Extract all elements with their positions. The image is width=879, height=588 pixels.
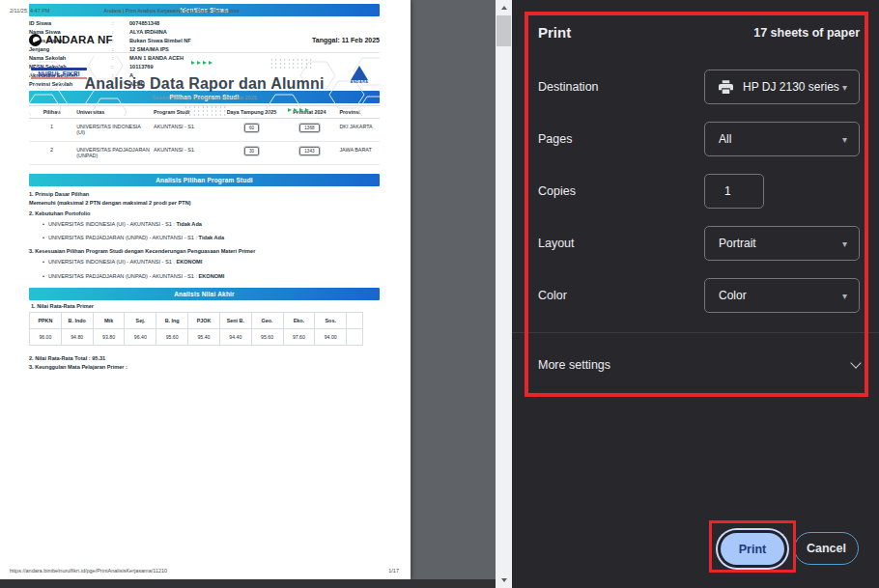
- layout-dropdown[interactable]: Portrait ▾: [704, 226, 860, 261]
- document-subtitle: Seleksi Nasional Berdasarkan Prestasi 20…: [29, 95, 380, 100]
- scrollbar-up-button[interactable]: [496, 0, 512, 15]
- scores-total-line: 2. Nilai Rata-Rata Total : 95.31: [29, 354, 380, 362]
- print-preview-background: 2/11/25, 4:47 PM Andara | Print Analisis…: [0, 0, 496, 588]
- document-title: Analisis Data Rapor dan Alumni: [29, 75, 380, 93]
- capacity-badge: 60: [244, 124, 259, 132]
- green-arrows-decoration: [288, 108, 309, 112]
- analysis-heading: Memenuhi (maksimal 2 PTN dengan maksimal…: [29, 199, 380, 207]
- analysis-heading: 2. Kebutuhan Portofolio: [29, 210, 380, 217]
- scrollbar-down-button[interactable]: [496, 573, 512, 588]
- print-button[interactable]: Print: [721, 533, 784, 565]
- copies-input[interactable]: [724, 184, 751, 198]
- layout-value: Portrait: [719, 237, 756, 250]
- scroll-up-icon: [501, 6, 507, 10]
- cancel-button[interactable]: Cancel: [794, 532, 859, 565]
- sheets-count: 17 sheets of paper: [753, 26, 860, 40]
- analysis-bullet: UNIVERSITAS PADJADJARAN (UNPAD) - AKUNTA…: [43, 273, 380, 280]
- chevron-down-icon: ▾: [842, 134, 847, 145]
- more-settings-label: More settings: [538, 358, 610, 372]
- analysis-bullet: UNIVERSITAS INDONESIA (UI) - AKUNTANSI -…: [43, 259, 380, 266]
- document-date: Tanggal: 11 Feb 2025: [312, 37, 380, 43]
- color-dropdown[interactable]: Color ▾: [704, 278, 860, 313]
- scores-primer-line: 3. Keunggulan Mata Pelajaran Primer :: [29, 363, 380, 371]
- dialog-header: Print 17 sheets of paper: [538, 24, 860, 41]
- chevron-down-icon: ▾: [842, 238, 847, 249]
- destination-label: Destination: [538, 80, 599, 94]
- preview-scrollbar[interactable]: [496, 0, 512, 588]
- pages-dropdown[interactable]: All ▾: [704, 122, 860, 156]
- footer-url: https://andara.bimbelnurulfikri.id/pge/P…: [10, 568, 167, 574]
- program-table-row: 1 UNIVERSITAS INDONESIA (UI) AKUNTANSI -…: [29, 119, 380, 142]
- copies-row: Copies: [538, 174, 860, 209]
- analysis-heading: 3. Kesesuaian Pilihan Program Studi deng…: [29, 247, 380, 255]
- destination-dropdown[interactable]: HP DJ 2130 series ▾: [704, 70, 860, 104]
- chevron-down-icon: ▾: [842, 82, 847, 93]
- footer-page-number: 1/17: [388, 568, 399, 574]
- scores-table: PPKN96.00 B. Indo94.80 Mtk93.80 Sej.96.4…: [29, 312, 363, 346]
- header-divider: [31, 52, 380, 53]
- copies-field[interactable]: [704, 174, 764, 209]
- document-banner: NURUL FIKRI ANDARA Analisis Data Rapor d…: [29, 56, 380, 116]
- chevron-down-icon: [850, 357, 861, 368]
- analysis-section: 1. Prinsip Dasar Pilihan Memenuhi (maksi…: [29, 190, 380, 280]
- more-settings-toggle[interactable]: More settings: [538, 348, 860, 382]
- print-preview-page: 2/11/25, 4:47 PM Andara | Print Analisis…: [0, 0, 411, 579]
- brand-row: ANDARA NF Tanggal: 11 Feb 2025: [29, 31, 380, 48]
- program-table-row: 2 UNIVERSITAS PADJADJARAN (UNPAD) AKUNTA…: [29, 142, 380, 165]
- applicants-badge: 1343: [299, 147, 319, 155]
- applicants-badge: 1368: [299, 124, 319, 132]
- dot-grid-decoration: [184, 105, 226, 116]
- page-footer: https://andara.bimbelnurulfikri.id/pge/P…: [10, 568, 399, 574]
- chevron-down-icon: ▾: [842, 291, 847, 301]
- copies-label: Copies: [538, 184, 576, 198]
- scrollbar-thumb[interactable]: [496, 15, 511, 46]
- color-value: Color: [719, 289, 747, 302]
- color-row: Color Color ▾: [538, 278, 860, 313]
- analysis-bullet: UNIVERSITAS INDONESIA (UI) - AKUNTANSI -…: [43, 221, 380, 228]
- pages-value: All: [719, 132, 731, 146]
- print-dialog-screen: 2/11/25, 4:47 PM Andara | Print Analisis…: [0, 0, 879, 588]
- andara-nf-logo-icon: [29, 34, 42, 46]
- scores-subtitle: 1. Nilai Rata-Rata Primer: [31, 303, 380, 309]
- layout-label: Layout: [538, 237, 575, 250]
- pages-label: Pages: [538, 132, 572, 146]
- color-label: Color: [538, 289, 567, 302]
- analysis-bullet: UNIVERSITAS PADJADJARAN (UNPAD) - AKUNTA…: [43, 235, 380, 241]
- brand-name: ANDARA NF: [45, 34, 113, 45]
- section-header-analysis: Analisis Pilihan Program Studi: [29, 174, 380, 186]
- layout-row: Layout Portrait ▾: [538, 226, 860, 261]
- dialog-title: Print: [538, 24, 571, 41]
- print-settings-panel: Print 17 sheets of paper Destination HP …: [512, 0, 879, 588]
- page-meta-row: 2/11/25, 4:47 PM Andara | Print Analisis…: [0, 8, 411, 14]
- destination-row: Destination HP DJ 2130 series ▾: [538, 70, 860, 104]
- analysis-heading: 1. Prinsip Dasar Pilihan: [29, 190, 380, 198]
- meta-document-title: Andara | Print Analisis Kerjasama Data R…: [0, 8, 343, 14]
- identity-row: ID Siswa0074851348: [29, 18, 380, 27]
- printer-icon: [719, 80, 733, 94]
- preview-bottom-edge: [0, 579, 496, 588]
- pages-row: Pages All ▾: [538, 122, 860, 156]
- settings-divider: [512, 332, 879, 333]
- dot-grid-decoration: [269, 58, 312, 70]
- section-header-scores: Analisis Nilai Akhir: [29, 288, 380, 300]
- scroll-down-icon: [501, 578, 507, 582]
- capacity-badge: 30: [244, 147, 259, 155]
- green-arrows-decoration: [191, 61, 213, 65]
- scores-section: 1. Nilai Rata-Rata Primer PPKN96.00 B. I…: [29, 303, 380, 371]
- destination-value: HP DJ 2130 series: [743, 80, 839, 94]
